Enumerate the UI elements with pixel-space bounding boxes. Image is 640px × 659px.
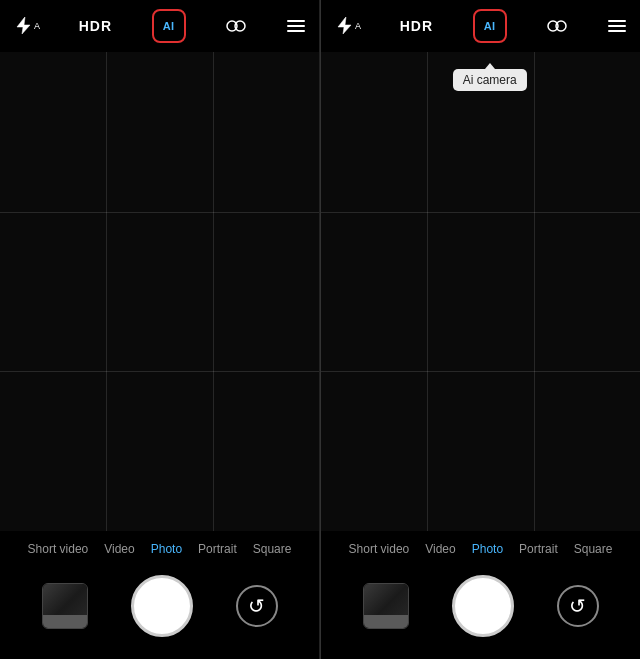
left-effects-icon[interactable] bbox=[225, 18, 247, 34]
right-controls-row: ↺ bbox=[321, 565, 640, 651]
left-controls-row: ↺ bbox=[0, 565, 319, 651]
left-tab-square[interactable]: Square bbox=[245, 539, 300, 559]
right-phone-panel: A HDR AI Ai camera Short video Video Pho bbox=[320, 0, 640, 659]
left-gallery-thumbnail[interactable] bbox=[42, 583, 88, 629]
right-grid-line-v2 bbox=[534, 52, 535, 531]
grid-line-v2 bbox=[213, 52, 214, 531]
right-tab-video[interactable]: Video bbox=[417, 539, 463, 559]
right-gallery-thumbnail[interactable] bbox=[363, 583, 409, 629]
grid-line-h1 bbox=[0, 212, 319, 213]
right-shutter-button[interactable] bbox=[452, 575, 514, 637]
right-hdr-label[interactable]: HDR bbox=[400, 18, 433, 34]
left-toolbar: A HDR AI bbox=[0, 0, 319, 52]
right-flash-icon[interactable]: A bbox=[335, 17, 360, 35]
grid-line-h2 bbox=[0, 371, 319, 372]
right-toolbar: A HDR AI Ai camera bbox=[321, 0, 640, 52]
left-mode-tabs: Short video Video Photo Portrait Square bbox=[0, 531, 319, 565]
right-tab-photo[interactable]: Photo bbox=[464, 539, 511, 559]
left-tab-photo[interactable]: Photo bbox=[143, 539, 190, 559]
left-menu-icon[interactable] bbox=[287, 20, 305, 32]
right-grid-line-h1 bbox=[321, 212, 640, 213]
right-mode-tabs: Short video Video Photo Portrait Square bbox=[321, 531, 640, 565]
left-tab-video[interactable]: Video bbox=[96, 539, 142, 559]
right-tab-short-video[interactable]: Short video bbox=[341, 539, 418, 559]
left-tab-portrait[interactable]: Portrait bbox=[190, 539, 245, 559]
left-flip-camera-button[interactable]: ↺ bbox=[236, 585, 278, 627]
right-grid-line-h2 bbox=[321, 371, 640, 372]
right-bottom-area: Short video Video Photo Portrait Square … bbox=[321, 531, 640, 659]
right-viewfinder bbox=[321, 52, 640, 531]
right-effects-icon[interactable] bbox=[546, 18, 568, 34]
left-flash-icon[interactable]: A bbox=[14, 17, 39, 35]
grid-line-v1 bbox=[106, 52, 107, 531]
left-phone-panel: A HDR AI Short video Video Photo Portrai… bbox=[0, 0, 320, 659]
right-ai-button[interactable]: AI Ai camera bbox=[473, 9, 507, 43]
right-grid-line-v1 bbox=[427, 52, 428, 531]
left-bottom-area: Short video Video Photo Portrait Square … bbox=[0, 531, 319, 659]
right-flip-camera-button[interactable]: ↺ bbox=[557, 585, 599, 627]
left-tab-short-video[interactable]: Short video bbox=[20, 539, 97, 559]
right-tab-square[interactable]: Square bbox=[566, 539, 621, 559]
left-shutter-button[interactable] bbox=[131, 575, 193, 637]
left-ai-button[interactable]: AI bbox=[152, 9, 186, 43]
left-viewfinder bbox=[0, 52, 319, 531]
right-menu-icon[interactable] bbox=[608, 20, 626, 32]
ai-camera-tooltip: Ai camera bbox=[453, 69, 527, 91]
left-hdr-label[interactable]: HDR bbox=[79, 18, 112, 34]
right-tab-portrait[interactable]: Portrait bbox=[511, 539, 566, 559]
